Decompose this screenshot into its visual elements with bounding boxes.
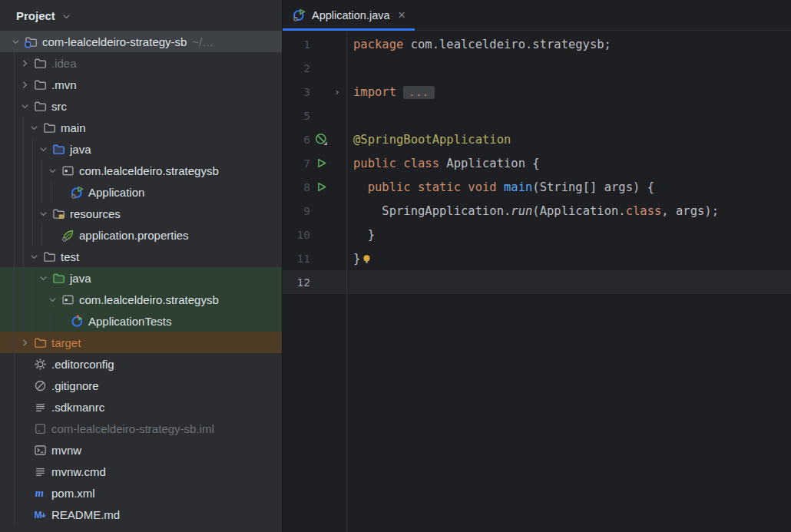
tree-item-label: .idea bbox=[51, 57, 77, 70]
chevron-right-icon[interactable] bbox=[18, 78, 31, 91]
gutter: 7 bbox=[283, 151, 347, 175]
code-text: import ... bbox=[347, 85, 435, 99]
tree-item-sdkmanrc[interactable]: .sdkmanrc bbox=[0, 396, 282, 418]
tree-item-application-properties[interactable]: application.properties bbox=[0, 224, 282, 246]
tree-item-mvnw-cmd[interactable]: mvnw.cmd bbox=[0, 461, 282, 482]
code-line-12[interactable]: 12 bbox=[283, 270, 791, 294]
chevron-spacer bbox=[55, 186, 68, 198]
tree-item-java[interactable]: java bbox=[0, 267, 282, 289]
editor-empty-area[interactable] bbox=[283, 294, 791, 532]
indent-guide bbox=[9, 353, 18, 375]
code-line-3[interactable]: 3›import ... bbox=[283, 80, 791, 104]
code-token: static bbox=[418, 180, 461, 194]
indent-guide bbox=[28, 224, 37, 246]
tree-item-com-lealceldeiro-strategysb[interactable]: com.lealceldeiro.strategysb bbox=[0, 160, 282, 181]
code-line-6[interactable]: 6@SpringBootApplication bbox=[283, 127, 791, 151]
excluded-folder-icon bbox=[33, 335, 47, 349]
chevron-spacer bbox=[55, 315, 68, 327]
module-file-icon bbox=[33, 421, 47, 435]
spring-bean-gutter-icon[interactable] bbox=[311, 133, 331, 146]
code-token: class bbox=[626, 204, 662, 218]
chevron-down-icon[interactable] bbox=[28, 250, 40, 263]
code-line-10[interactable]: 10 } bbox=[283, 223, 791, 246]
code-token: SpringApplication. bbox=[353, 204, 511, 218]
code-line-8[interactable]: 8 public static void main(String[] args)… bbox=[283, 175, 791, 199]
chevron-down-icon[interactable] bbox=[46, 293, 58, 306]
line-number: 12 bbox=[283, 276, 310, 289]
code-token: } bbox=[353, 252, 360, 266]
run-gutter-icon[interactable] bbox=[311, 180, 331, 193]
chevron-down-icon[interactable] bbox=[28, 121, 40, 134]
gutter bbox=[283, 294, 347, 532]
code-line-2[interactable]: 2 bbox=[283, 56, 791, 80]
run-gutter-icon[interactable] bbox=[311, 157, 331, 170]
chevron-down-icon[interactable] bbox=[18, 100, 31, 112]
tree-item-applicationtests[interactable]: ApplicationTests bbox=[0, 310, 282, 332]
tree-item-idea[interactable]: .idea bbox=[0, 52, 282, 74]
tree-item-label: test bbox=[61, 250, 79, 263]
markdown-icon: M bbox=[33, 507, 47, 521]
indent-guide bbox=[9, 461, 18, 482]
tree-item-com-lealceldeiro-strategysb[interactable]: com.lealceldeiro.strategysb bbox=[0, 289, 282, 310]
line-number: 7 bbox=[283, 157, 310, 170]
indent-guide bbox=[28, 267, 37, 289]
tree-item-label: java bbox=[70, 143, 91, 156]
spring-boot-class-icon bbox=[293, 8, 306, 21]
chevron-down-icon[interactable] bbox=[37, 143, 49, 155]
chevron-spacer bbox=[18, 444, 31, 456]
tree-item-gitignore[interactable]: .gitignore bbox=[0, 375, 282, 396]
tree-item-path-hint: ~/… bbox=[192, 35, 213, 48]
tree-item-resources[interactable]: resources bbox=[0, 203, 282, 224]
text-file-icon bbox=[33, 464, 47, 478]
chevron-down-icon[interactable] bbox=[9, 35, 22, 48]
tab-application-java[interactable]: Application.java × bbox=[283, 0, 415, 30]
tree-item-readme-md[interactable]: MREADME.md bbox=[0, 504, 282, 525]
code-token: run bbox=[511, 204, 532, 218]
chevron-down-icon[interactable] bbox=[46, 164, 58, 177]
chevron-down-icon[interactable] bbox=[37, 207, 49, 220]
tree-item-label: .editorconfig bbox=[51, 358, 114, 371]
tree-item-label: main bbox=[61, 121, 86, 134]
tree-item-application[interactable]: Application bbox=[0, 181, 282, 203]
close-icon[interactable]: × bbox=[399, 9, 405, 21]
folder-icon bbox=[33, 99, 47, 113]
tree-item-java[interactable]: java bbox=[0, 138, 282, 160]
indent-guide bbox=[9, 52, 18, 74]
code-token bbox=[497, 180, 504, 194]
tree-item-editorconfig[interactable]: .editorconfig bbox=[0, 353, 282, 375]
code-line-1[interactable]: 1package com.lealceldeiro.strategysb; bbox=[283, 32, 791, 56]
tree-item-mvnw[interactable]: mvnw bbox=[0, 439, 282, 461]
code-line-7[interactable]: 7public class Application { bbox=[283, 151, 791, 175]
tree-item-mvn[interactable]: .mvn bbox=[0, 74, 282, 95]
tree-item-src[interactable]: src bbox=[0, 95, 282, 117]
chevron-down-icon[interactable] bbox=[37, 272, 49, 284]
code-line-11[interactable]: 11} bbox=[283, 246, 791, 270]
svg-text:M: M bbox=[34, 509, 41, 520]
tree-item-test[interactable]: test bbox=[0, 246, 282, 267]
code-editor[interactable]: 1package com.lealceldeiro.strategysb;23›… bbox=[283, 31, 791, 532]
chevron-right-icon[interactable] bbox=[18, 57, 31, 69]
code-token: } bbox=[353, 228, 375, 242]
line-number: 8 bbox=[283, 181, 310, 193]
project-panel-title: Project bbox=[16, 9, 55, 22]
code-line-5[interactable]: 5 bbox=[283, 104, 791, 127]
project-panel-header[interactable]: Project bbox=[0, 0, 282, 31]
project-folder-icon bbox=[24, 35, 38, 48]
tree-item-com-lealceldeiro-strategy-sb-iml[interactable]: com-lealceldeiro-strategy-sb.iml bbox=[0, 418, 282, 439]
indent-guide bbox=[18, 203, 28, 224]
indent-guide bbox=[46, 310, 55, 332]
shell-file-icon bbox=[33, 443, 47, 457]
folded-imports-region[interactable]: ... bbox=[403, 86, 434, 99]
code-text: @SpringBootApplication bbox=[347, 133, 511, 147]
code-line-9[interactable]: 9 SpringApplication.run(Application.clas… bbox=[283, 199, 791, 223]
chevron-right-icon[interactable] bbox=[18, 336, 31, 349]
tree-item-pom-xml[interactable]: mpom.xml bbox=[0, 482, 282, 504]
lightbulb-icon[interactable] bbox=[361, 253, 372, 265]
fold-chevron-icon[interactable]: › bbox=[331, 86, 343, 97]
tree-item-com-lealceldeiro-strategy-sb[interactable]: com-lealceldeiro-strategy-sb~/… bbox=[0, 31, 282, 52]
tree-item-main[interactable]: main bbox=[0, 117, 282, 138]
indent-guide bbox=[28, 310, 37, 332]
code-token: package bbox=[353, 38, 403, 51]
tree-item-target[interactable]: target bbox=[0, 332, 282, 353]
gutter: 11 bbox=[283, 246, 347, 270]
